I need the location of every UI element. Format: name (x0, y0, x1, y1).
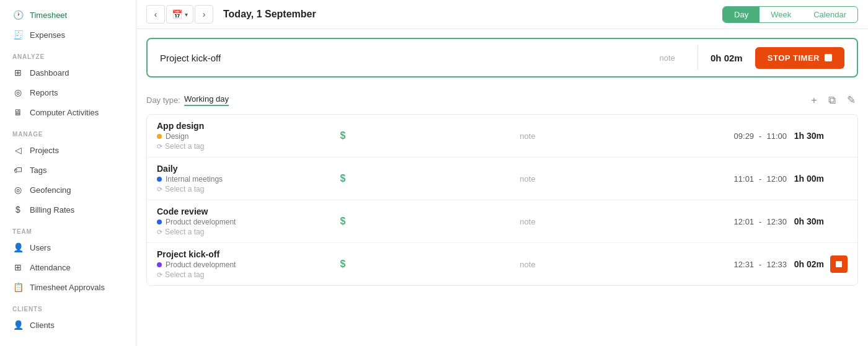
sidebar-item-tags[interactable]: 🏷Tags (0, 160, 136, 180)
sidebar-item-label: Dashboard (30, 68, 69, 78)
entry-project: Product development (157, 260, 330, 269)
tag-icon: ⟳ (157, 271, 162, 279)
entry-times: 12:01 - 12:30 (700, 217, 787, 226)
chevron-down-icon: ▾ (185, 11, 188, 18)
sidebar-section-analyze: ANALYZE (0, 45, 136, 63)
timer-note-label: note (660, 53, 675, 63)
timer-project: Project kick-off (160, 53, 650, 63)
nav-buttons: ‹ 📅 ▾ › (146, 5, 213, 24)
end-time: 12:30 (766, 217, 787, 226)
billing-icon[interactable]: $ (330, 130, 355, 141)
end-time: 12:33 (766, 260, 787, 269)
project-name: Product development (166, 260, 236, 269)
entry-stop-button[interactable] (830, 255, 848, 273)
timer-elapsed: 0h 02m (708, 53, 745, 63)
tag-label: Select a tag (165, 185, 204, 193)
dashboard-icon: ⊞ (12, 68, 24, 78)
view-btn-week[interactable]: Week (760, 7, 802, 22)
view-switcher: DayWeekCalendar (722, 6, 858, 23)
entry-duration: 0h 02m (787, 259, 824, 269)
sidebar-item-geofencing[interactable]: ◎Geofencing (0, 180, 136, 200)
entry-title: App design (157, 121, 330, 131)
tag-label: Select a tag (165, 228, 204, 236)
day-header: Day type: Working day + ⧉ ✎ (146, 86, 858, 112)
timesheet-approvals-icon: 📋 (12, 282, 24, 292)
note-label: note (355, 174, 700, 184)
tag-icon: ⟳ (157, 185, 162, 193)
project-dot (157, 177, 162, 182)
view-btn-day[interactable]: Day (723, 7, 760, 22)
time-separator: - (759, 131, 761, 141)
clients-icon: 👤 (12, 320, 24, 330)
next-button[interactable]: › (195, 5, 213, 24)
view-btn-calendar[interactable]: Calendar (802, 7, 857, 22)
sidebar-item-reports[interactable]: ◎Reports (0, 82, 136, 102)
day-type-label: Day type: (146, 95, 180, 105)
sidebar-item-label: Attendance (30, 263, 71, 272)
entry-info: App design Design ⟳ Select a tag (157, 121, 330, 151)
sidebar-item-users[interactable]: 👤Users (0, 237, 136, 257)
tag-label: Select a tag (165, 142, 204, 151)
geofencing-icon: ◎ (12, 185, 24, 195)
stop-icon (836, 261, 842, 267)
project-dot (157, 134, 162, 139)
sidebar-item-label: Projects (30, 146, 59, 155)
sidebar-section-team: TEAM (0, 220, 136, 237)
edit-button[interactable]: ✎ (844, 92, 858, 108)
entry-title: Daily (157, 164, 330, 174)
time-separator: - (759, 217, 761, 226)
stop-timer-button[interactable]: STOP TIMER (755, 47, 844, 69)
entry-duration: 1h 30m (787, 131, 824, 141)
entry-tag[interactable]: ⟳ Select a tag (157, 185, 330, 193)
sidebar-item-label: Geofencing (30, 185, 71, 195)
tag-icon: ⟳ (157, 143, 162, 151)
sidebar-item-clients[interactable]: 👤Clients (0, 315, 136, 335)
project-dot (157, 262, 162, 267)
entry-duration: 0h 30m (787, 216, 824, 226)
billing-icon[interactable]: $ (330, 173, 355, 184)
billing-icon[interactable]: $ (330, 259, 355, 270)
entry-row: Project kick-off Product development ⟳ S… (147, 243, 857, 285)
entry-project: Product development (157, 218, 330, 226)
sidebar-item-expenses[interactable]: 🧾Expenses (0, 25, 136, 45)
sidebar-item-dashboard[interactable]: ⊞Dashboard (0, 63, 136, 82)
sidebar-item-attendance[interactable]: ⊞Attendance (0, 257, 136, 277)
billing-icon[interactable]: $ (330, 216, 355, 227)
entry-project: Internal meetings (157, 175, 330, 184)
sidebar-item-computer-activities[interactable]: 🖥Computer Activities (0, 102, 136, 122)
project-name: Product development (166, 218, 236, 226)
project-name: Internal meetings (166, 175, 223, 184)
entry-tag[interactable]: ⟳ Select a tag (157, 228, 330, 236)
copy-button[interactable]: ⧉ (826, 92, 838, 108)
add-entry-button[interactable]: + (808, 92, 820, 108)
tag-label: Select a tag (165, 270, 204, 279)
note-label: note (355, 131, 700, 141)
prev-button[interactable]: ‹ (146, 5, 165, 24)
sidebar-item-label: Timesheet Approvals (30, 283, 105, 292)
attendance-icon: ⊞ (12, 262, 24, 272)
entry-times: 09:29 - 11:00 (700, 131, 787, 141)
sidebar-item-label: Billing Rates (30, 205, 74, 215)
stop-icon (825, 54, 832, 61)
calendar-icon: 📅 (172, 9, 182, 19)
sidebar-item-billing-rates[interactable]: $Billing Rates (0, 200, 136, 220)
entry-row: App design Design ⟳ Select a tag $ note … (147, 115, 857, 157)
entry-title: Project kick-off (157, 249, 330, 259)
sidebar-item-projects[interactable]: ◁Projects (0, 140, 136, 160)
sidebar-item-label: Timesheet (30, 11, 67, 20)
entries-table: App design Design ⟳ Select a tag $ note … (146, 114, 858, 286)
calendar-button[interactable]: 📅 ▾ (166, 5, 193, 24)
sidebar-item-timesheet-approvals[interactable]: 📋Timesheet Approvals (0, 277, 136, 297)
project-dot (157, 220, 162, 224)
current-date: Today, 1 September (223, 9, 717, 20)
note-label: note (355, 217, 700, 226)
entry-info: Project kick-off Product development ⟳ S… (157, 249, 330, 279)
day-actions: + ⧉ ✎ (808, 92, 858, 108)
sidebar-item-label: Expenses (30, 30, 65, 40)
start-time: 12:01 (734, 217, 755, 226)
start-time: 09:29 (734, 131, 755, 141)
sidebar-item-timesheet[interactable]: 🕐Timesheet (0, 5, 136, 25)
entry-tag[interactable]: ⟳ Select a tag (157, 142, 330, 151)
entry-tag[interactable]: ⟳ Select a tag (157, 270, 330, 279)
entry-duration: 1h 00m (787, 174, 824, 184)
